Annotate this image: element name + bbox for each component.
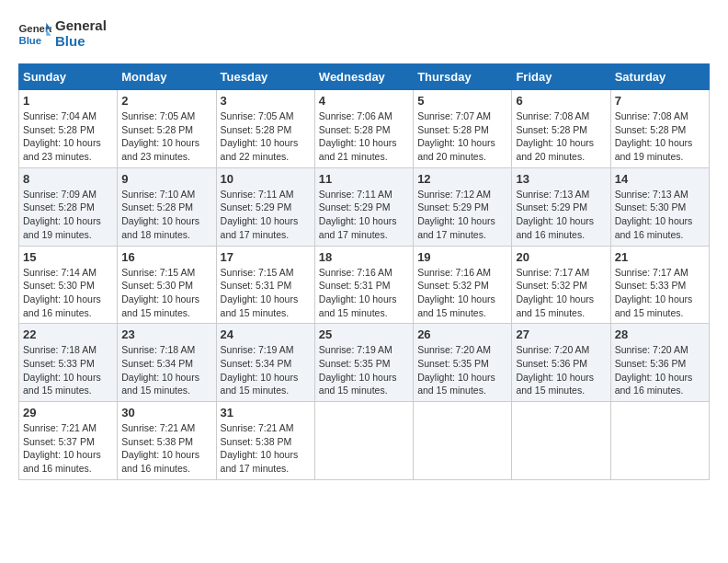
calendar-day-12: 12 Sunrise: 7:12 AMSunset: 5:29 PMDaylig…	[414, 167, 512, 246]
day-info: Sunrise: 7:19 AMSunset: 5:34 PMDaylight:…	[221, 343, 311, 397]
day-info: Sunrise: 7:20 AMSunset: 5:36 PMDaylight:…	[516, 343, 606, 397]
day-number: 11	[319, 172, 409, 186]
day-info: Sunrise: 7:04 AMSunset: 5:28 PMDaylight:…	[23, 109, 113, 164]
day-info: Sunrise: 7:15 AMSunset: 5:31 PMDaylight:…	[221, 266, 311, 320]
day-info: Sunrise: 7:21 AMSunset: 5:38 PMDaylight:…	[121, 421, 211, 476]
day-info: Sunrise: 7:11 AMSunset: 5:29 PMDaylight:…	[221, 188, 311, 242]
day-number: 20	[516, 250, 606, 264]
day-number: 4	[319, 94, 409, 108]
calendar-day-4: 4 Sunrise: 7:06 AMSunset: 5:28 PMDayligh…	[314, 90, 413, 168]
day-number: 13	[516, 172, 606, 186]
calendar-week-2: 8 Sunrise: 7:09 AMSunset: 5:28 PMDayligh…	[19, 167, 710, 246]
calendar-week-3: 15 Sunrise: 7:14 AMSunset: 5:30 PMDaylig…	[19, 246, 710, 324]
calendar-day-8: 8 Sunrise: 7:09 AMSunset: 5:28 PMDayligh…	[19, 167, 118, 246]
calendar-day-20: 20 Sunrise: 7:17 AMSunset: 5:32 PMDaylig…	[512, 246, 610, 324]
logo-blue: Blue	[55, 34, 107, 50]
calendar-day-28: 28 Sunrise: 7:20 AMSunset: 5:36 PMDaylig…	[610, 324, 709, 402]
calendar-day-22: 22 Sunrise: 7:18 AMSunset: 5:33 PMDaylig…	[19, 324, 118, 402]
day-info: Sunrise: 7:15 AMSunset: 5:30 PMDaylight:…	[121, 266, 211, 320]
page-header: General Blue General Blue	[18, 18, 710, 49]
day-number: 16	[121, 250, 211, 264]
weekday-header-monday: Monday	[118, 64, 216, 90]
day-info: Sunrise: 7:21 AMSunset: 5:37 PMDaylight:…	[23, 421, 113, 476]
day-info: Sunrise: 7:17 AMSunset: 5:33 PMDaylight:…	[615, 266, 705, 320]
day-number: 24	[221, 327, 311, 341]
weekday-header-saturday: Saturday	[610, 64, 709, 90]
day-info: Sunrise: 7:20 AMSunset: 5:36 PMDaylight:…	[615, 343, 705, 397]
day-info: Sunrise: 7:21 AMSunset: 5:38 PMDaylight:…	[221, 421, 311, 476]
day-number: 23	[121, 327, 211, 341]
day-info: Sunrise: 7:06 AMSunset: 5:28 PMDaylight:…	[319, 109, 409, 164]
day-number: 18	[319, 250, 409, 264]
day-info: Sunrise: 7:07 AMSunset: 5:28 PMDaylight:…	[417, 109, 507, 164]
day-number: 6	[516, 94, 606, 108]
calendar-day-16: 16 Sunrise: 7:15 AMSunset: 5:30 PMDaylig…	[118, 246, 216, 324]
calendar-day-27: 27 Sunrise: 7:20 AMSunset: 5:36 PMDaylig…	[512, 324, 610, 402]
calendar-day-1: 1 Sunrise: 7:04 AMSunset: 5:28 PMDayligh…	[19, 90, 118, 168]
day-number: 10	[221, 172, 311, 186]
calendar-day-21: 21 Sunrise: 7:17 AMSunset: 5:33 PMDaylig…	[610, 246, 709, 324]
day-info: Sunrise: 7:09 AMSunset: 5:28 PMDaylight:…	[23, 188, 113, 242]
svg-text:Blue: Blue	[19, 34, 42, 45]
weekday-header-sunday: Sunday	[19, 64, 118, 90]
calendar-day-31: 31 Sunrise: 7:21 AMSunset: 5:38 PMDaylig…	[216, 402, 314, 480]
day-info: Sunrise: 7:05 AMSunset: 5:28 PMDaylight:…	[121, 109, 211, 164]
day-number: 14	[615, 172, 705, 186]
day-info: Sunrise: 7:19 AMSunset: 5:35 PMDaylight:…	[319, 343, 409, 397]
calendar-day-10: 10 Sunrise: 7:11 AMSunset: 5:29 PMDaylig…	[216, 167, 314, 246]
day-number: 30	[121, 406, 211, 419]
logo: General Blue General Blue	[18, 18, 107, 49]
calendar-day-14: 14 Sunrise: 7:13 AMSunset: 5:30 PMDaylig…	[610, 167, 709, 246]
logo-icon: General Blue	[18, 21, 51, 47]
empty-cell	[512, 402, 610, 480]
empty-cell	[414, 402, 512, 480]
calendar-day-9: 9 Sunrise: 7:10 AMSunset: 5:28 PMDayligh…	[118, 167, 216, 246]
weekday-header-wednesday: Wednesday	[314, 64, 413, 90]
calendar-table: SundayMondayTuesdayWednesdayThursdayFrid…	[18, 63, 710, 480]
calendar-day-19: 19 Sunrise: 7:16 AMSunset: 5:32 PMDaylig…	[414, 246, 512, 324]
day-number: 15	[23, 250, 113, 264]
day-info: Sunrise: 7:18 AMSunset: 5:33 PMDaylight:…	[23, 343, 113, 397]
day-info: Sunrise: 7:11 AMSunset: 5:29 PMDaylight:…	[319, 188, 409, 242]
calendar-week-1: 1 Sunrise: 7:04 AMSunset: 5:28 PMDayligh…	[19, 90, 710, 168]
calendar-day-24: 24 Sunrise: 7:19 AMSunset: 5:34 PMDaylig…	[216, 324, 314, 402]
day-info: Sunrise: 7:13 AMSunset: 5:30 PMDaylight:…	[615, 188, 705, 242]
calendar-day-7: 7 Sunrise: 7:08 AMSunset: 5:28 PMDayligh…	[610, 90, 709, 168]
empty-cell	[610, 402, 709, 480]
logo-general: General	[55, 18, 107, 34]
day-number: 17	[221, 250, 311, 264]
day-info: Sunrise: 7:08 AMSunset: 5:28 PMDaylight:…	[516, 109, 606, 164]
calendar-day-11: 11 Sunrise: 7:11 AMSunset: 5:29 PMDaylig…	[314, 167, 413, 246]
day-info: Sunrise: 7:16 AMSunset: 5:31 PMDaylight:…	[319, 266, 409, 320]
calendar-day-2: 2 Sunrise: 7:05 AMSunset: 5:28 PMDayligh…	[118, 90, 216, 168]
calendar-day-5: 5 Sunrise: 7:07 AMSunset: 5:28 PMDayligh…	[414, 90, 512, 168]
day-info: Sunrise: 7:13 AMSunset: 5:29 PMDaylight:…	[516, 188, 606, 242]
calendar-day-15: 15 Sunrise: 7:14 AMSunset: 5:30 PMDaylig…	[19, 246, 118, 324]
empty-cell	[314, 402, 413, 480]
calendar-day-13: 13 Sunrise: 7:13 AMSunset: 5:29 PMDaylig…	[512, 167, 610, 246]
day-number: 8	[23, 172, 113, 186]
day-number: 31	[221, 406, 311, 419]
day-number: 21	[615, 250, 705, 264]
weekday-header-friday: Friday	[512, 64, 610, 90]
calendar-day-30: 30 Sunrise: 7:21 AMSunset: 5:38 PMDaylig…	[118, 402, 216, 480]
day-info: Sunrise: 7:17 AMSunset: 5:32 PMDaylight:…	[516, 266, 606, 320]
day-info: Sunrise: 7:10 AMSunset: 5:28 PMDaylight:…	[121, 188, 211, 242]
day-number: 9	[121, 172, 211, 186]
day-info: Sunrise: 7:20 AMSunset: 5:35 PMDaylight:…	[417, 343, 507, 397]
calendar-day-25: 25 Sunrise: 7:19 AMSunset: 5:35 PMDaylig…	[314, 324, 413, 402]
day-number: 25	[319, 327, 409, 341]
weekday-header-row: SundayMondayTuesdayWednesdayThursdayFrid…	[19, 64, 710, 90]
day-number: 19	[417, 250, 507, 264]
day-number: 29	[23, 406, 113, 419]
calendar-day-26: 26 Sunrise: 7:20 AMSunset: 5:35 PMDaylig…	[414, 324, 512, 402]
weekday-header-tuesday: Tuesday	[216, 64, 314, 90]
calendar-week-5: 29 Sunrise: 7:21 AMSunset: 5:37 PMDaylig…	[19, 402, 710, 480]
day-number: 1	[23, 94, 113, 108]
weekday-header-thursday: Thursday	[414, 64, 512, 90]
day-info: Sunrise: 7:18 AMSunset: 5:34 PMDaylight:…	[121, 343, 211, 397]
calendar-day-17: 17 Sunrise: 7:15 AMSunset: 5:31 PMDaylig…	[216, 246, 314, 324]
day-number: 3	[221, 94, 311, 108]
calendar-day-6: 6 Sunrise: 7:08 AMSunset: 5:28 PMDayligh…	[512, 90, 610, 168]
day-number: 12	[417, 172, 507, 186]
